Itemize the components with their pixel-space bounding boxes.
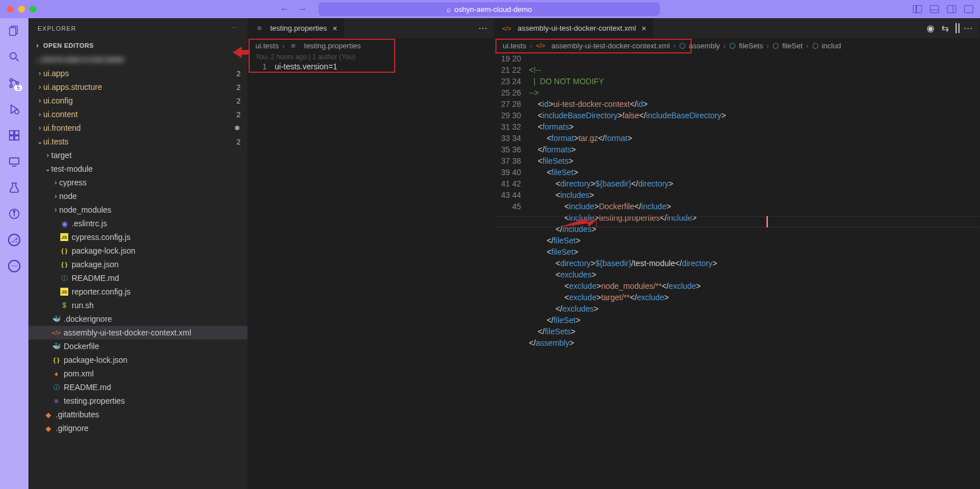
file-item[interactable]: 🐳Dockerfile bbox=[28, 339, 247, 353]
tree-item-label: assembly-ui-test-docker-context.xml bbox=[64, 328, 191, 337]
explorer-icon[interactable] bbox=[7, 24, 21, 38]
tab-assembly-xml[interactable]: </> assembly-ui-test-docker-context.xml … bbox=[495, 18, 654, 38]
file-icon: ◉ bbox=[59, 219, 69, 228]
breadcrumb[interactable]: ui.tests › </> assembly-ui-test-docker-c… bbox=[495, 38, 979, 53]
file-item[interactable]: { }package-lock.json bbox=[28, 353, 247, 367]
file-item[interactable]: { }package.json bbox=[28, 258, 247, 271]
breadcrumb-item[interactable]: ui.tests bbox=[503, 42, 526, 50]
split-icon[interactable] bbox=[956, 23, 957, 34]
file-item[interactable]: JScypress.config.js bbox=[28, 230, 247, 244]
file-icon: ≡ bbox=[51, 397, 61, 405]
folder-item[interactable]: ›node_modules bbox=[28, 203, 247, 217]
folder-item[interactable]: ›ui.frontend bbox=[28, 121, 247, 135]
file-item[interactable]: { }package-lock.json bbox=[28, 244, 247, 258]
folder-item[interactable]: ›target bbox=[28, 148, 247, 162]
file-item[interactable]: $run.sh bbox=[28, 299, 247, 312]
breadcrumb-item[interactable]: ui.tests bbox=[255, 42, 279, 50]
svg-point-4 bbox=[10, 78, 13, 81]
file-icon: $ bbox=[59, 301, 69, 309]
breadcrumb-item[interactable]: fileSet bbox=[782, 42, 803, 50]
breadcrumb-item[interactable]: fileSets bbox=[739, 42, 763, 50]
text-cursor bbox=[767, 216, 768, 227]
compare-icon[interactable]: ⇆ bbox=[941, 23, 949, 34]
tree-item-label: node_modules bbox=[59, 205, 111, 214]
file-item[interactable]: </>assembly-ui-test-docker-context.xml bbox=[28, 326, 247, 339]
folder-item[interactable]: ›ui.content2 bbox=[28, 107, 247, 121]
explorer-more-icon[interactable]: ⋯ bbox=[231, 24, 238, 32]
svg-point-8 bbox=[15, 110, 19, 114]
tree-item-label: .gitattributes bbox=[56, 410, 99, 419]
aem-icon[interactable]: 〰 bbox=[7, 259, 21, 273]
customize-layout-icon[interactable] bbox=[964, 5, 973, 13]
breadcrumb-item[interactable]: assembly bbox=[689, 42, 720, 50]
tree-item-label: testing.properties bbox=[64, 396, 125, 405]
file-item[interactable]: ♦pom.xml bbox=[28, 367, 247, 380]
file-item[interactable]: ≡testing.properties bbox=[28, 394, 247, 408]
xml-icon: </> bbox=[502, 25, 512, 32]
file-tree: ›ui.apps2›ui.apps.structure2›ui.config2›… bbox=[28, 67, 247, 489]
close-window-icon[interactable] bbox=[7, 6, 14, 13]
command-center[interactable]: ⌕ oshyn-aem-cloud-demo bbox=[319, 2, 660, 16]
workspace-root[interactable]: ⌄OSHYN-AEM-CLOUD-DEMO bbox=[28, 53, 247, 67]
file-icon: ◆ bbox=[43, 411, 53, 419]
svg-line-3 bbox=[16, 59, 19, 61]
file-item[interactable]: 🐳.dockerignore bbox=[28, 312, 247, 326]
breadcrumb[interactable]: ui.tests › ≡ testing.properties bbox=[247, 38, 494, 53]
tree-item-label: ui.content bbox=[43, 110, 78, 119]
toggle-secondary-sidebar-icon[interactable] bbox=[947, 5, 956, 13]
tab-testing-properties[interactable]: ≡ testing.properties × bbox=[247, 18, 345, 38]
gitlens-icon[interactable]: ⎇ bbox=[7, 233, 21, 247]
symbol-icon: ⬡ bbox=[772, 42, 779, 50]
folder-item[interactable]: ›node bbox=[28, 189, 247, 203]
open-editors-section[interactable]: › OPEN EDITORS bbox=[28, 38, 247, 53]
file-item[interactable]: ◉.eslintrc.js bbox=[28, 217, 247, 230]
breadcrumb-item[interactable]: includ bbox=[822, 42, 841, 50]
titlebar: ← → ⌕ oshyn-aem-cloud-demo bbox=[0, 0, 980, 18]
code-line[interactable]: ui-tests.version=1 bbox=[275, 61, 494, 72]
run-icon[interactable]: ◉ bbox=[927, 23, 934, 34]
folder-item[interactable]: ›ui.apps2 bbox=[28, 67, 247, 80]
folder-item[interactable]: ›ui.config2 bbox=[28, 94, 247, 107]
file-item[interactable]: ⓘREADME.md bbox=[28, 380, 247, 394]
git-graph-icon[interactable] bbox=[7, 207, 21, 221]
testing-icon[interactable] bbox=[7, 181, 21, 194]
close-tab-icon[interactable]: × bbox=[642, 24, 646, 33]
extensions-icon[interactable] bbox=[7, 129, 21, 142]
breadcrumb-item[interactable]: assembly-ui-test-docker-context.xml bbox=[552, 42, 670, 50]
tree-item-label: .gitignore bbox=[56, 424, 89, 433]
tree-item-label: cypress bbox=[59, 178, 86, 187]
remote-explorer-icon[interactable] bbox=[7, 155, 21, 168]
folder-item[interactable]: ⌄ui.tests2 bbox=[28, 135, 247, 148]
tree-item-label: .dockerignore bbox=[64, 314, 112, 324]
search-view-icon[interactable] bbox=[7, 50, 21, 64]
file-item[interactable]: JSreporter.config.js bbox=[28, 285, 247, 299]
file-item[interactable]: ◆.gitignore bbox=[28, 421, 247, 435]
tree-item-label: cypress.config.js bbox=[72, 233, 130, 242]
close-tab-icon[interactable]: × bbox=[333, 24, 337, 33]
nav-back-icon[interactable]: ← bbox=[280, 4, 289, 14]
folder-item[interactable]: ›ui.apps.structure2 bbox=[28, 80, 247, 94]
line-gutter: 19 20 21 22 23 24 25 26 27 28 29 30 31 3… bbox=[495, 53, 529, 360]
annotation-arrow-icon bbox=[560, 217, 597, 229]
source-control-icon[interactable]: 5 bbox=[7, 76, 21, 90]
folder-item[interactable]: ⌄test-module bbox=[28, 162, 247, 176]
nav-forward-icon[interactable]: → bbox=[298, 4, 307, 14]
maximize-window-icon[interactable] bbox=[30, 6, 36, 13]
svg-marker-18 bbox=[233, 47, 250, 58]
file-item[interactable]: ◆.gitattributes bbox=[28, 408, 247, 421]
breadcrumb-item[interactable]: testing.properties bbox=[304, 42, 361, 50]
toggle-sidebar-icon[interactable] bbox=[913, 5, 922, 13]
file-icon: </> bbox=[51, 329, 61, 336]
file-icon: ♦ bbox=[51, 370, 61, 378]
folder-item[interactable]: ›cypress bbox=[28, 176, 247, 189]
more-actions-icon[interactable]: ⋯ bbox=[478, 23, 487, 34]
svg-rect-1 bbox=[10, 28, 16, 36]
more-actions-icon[interactable]: ⋯ bbox=[964, 23, 973, 34]
minimize-window-icon[interactable] bbox=[18, 6, 25, 13]
file-item[interactable]: ⓘREADME.md bbox=[28, 271, 247, 285]
run-debug-icon[interactable] bbox=[7, 102, 21, 116]
toggle-panel-icon[interactable] bbox=[930, 5, 939, 13]
svg-marker-19 bbox=[560, 218, 597, 227]
code-content[interactable]: <!-- | DO NOT MODIFY --> <id>ui-test-doc… bbox=[529, 53, 979, 360]
search-icon: ⌕ bbox=[446, 5, 451, 14]
